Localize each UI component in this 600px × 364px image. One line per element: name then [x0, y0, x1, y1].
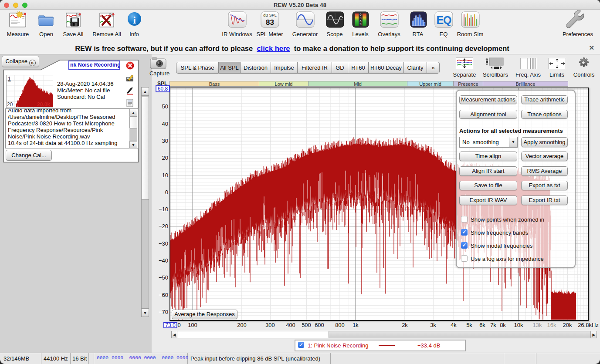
- svg-text:dB SPL: dB SPL: [263, 13, 277, 17]
- svg-text:EQ: EQ: [436, 14, 451, 26]
- svg-text:83: 83: [266, 18, 274, 27]
- svg-text:i: i: [133, 14, 136, 26]
- svg-text:0: 0: [360, 13, 362, 16]
- svg-text:9: 9: [360, 23, 362, 26]
- svg-text:6: 6: [360, 20, 362, 23]
- svg-text:3: 3: [360, 17, 362, 20]
